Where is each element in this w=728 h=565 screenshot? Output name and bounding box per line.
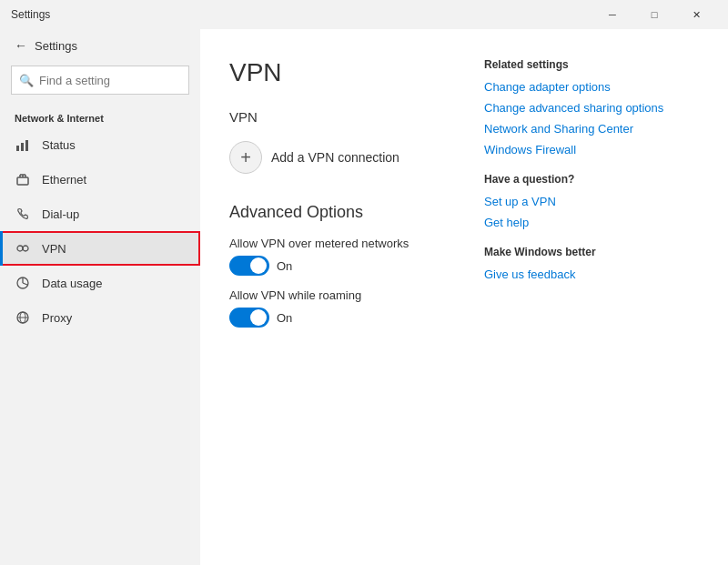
sidebar-back-label: Settings	[35, 39, 77, 53]
sidebar-item-status-label: Status	[42, 138, 76, 152]
data-usage-icon	[15, 275, 31, 291]
close-button[interactable]: ✕	[675, 0, 717, 29]
svg-rect-3	[17, 177, 28, 185]
sidebar-item-data-usage-label: Data usage	[42, 277, 103, 290]
sidebar-item-data-usage[interactable]: Data usage	[0, 266, 200, 300]
sidebar-item-status[interactable]: Status	[0, 127, 200, 162]
svg-rect-0	[16, 146, 19, 151]
maximize-button[interactable]: □	[633, 0, 675, 29]
toggle-metered-state: On	[277, 259, 292, 273]
toggle-metered-container: On	[229, 256, 448, 276]
link-get-help[interactable]: Get help	[484, 216, 684, 229]
sidebar-item-vpn[interactable]: VPN	[0, 231, 200, 266]
back-arrow-icon: ←	[15, 38, 27, 53]
add-vpn-button[interactable]: + Add a VPN connection	[229, 137, 448, 177]
sidebar-item-vpn-label: VPN	[42, 242, 66, 256]
toggle-metered-switch[interactable]	[229, 256, 269, 276]
svg-rect-1	[21, 143, 24, 151]
toggle-roaming-switch[interactable]	[229, 308, 269, 328]
link-change-adapter[interactable]: Change adapter options	[484, 80, 684, 94]
link-give-feedback[interactable]: Give us feedback	[484, 267, 684, 281]
link-setup-vpn[interactable]: Set up a VPN	[484, 195, 684, 208]
svg-rect-2	[25, 140, 28, 151]
sidebar-back-button[interactable]: ← Settings	[0, 29, 200, 62]
sidebar-item-ethernet[interactable]: Ethernet	[0, 162, 200, 197]
vpn-icon	[15, 240, 31, 257]
search-box[interactable]: 🔍	[11, 66, 189, 95]
vpn-section-title: VPN	[229, 109, 448, 125]
sidebar-item-proxy[interactable]: Proxy	[0, 300, 200, 335]
toggle-metered-networks-row: Allow VPN over metered networks On	[229, 237, 448, 276]
have-question-title: Have a question?	[484, 173, 684, 186]
proxy-icon	[15, 309, 31, 326]
toggle-roaming-row: Allow VPN while roaming On	[229, 288, 448, 328]
add-vpn-label: Add a VPN connection	[271, 150, 399, 165]
sidebar-item-dialup-label: Dial-up	[42, 207, 79, 221]
status-icon	[15, 136, 31, 153]
link-change-sharing[interactable]: Change advanced sharing options	[484, 101, 684, 115]
sidebar: ← Settings 🔍 Network & Internet Status	[0, 29, 200, 565]
sidebar-section-title: Network & Internet	[0, 106, 200, 127]
search-icon: 🔍	[19, 74, 34, 87]
ethernet-icon	[15, 171, 31, 187]
minimize-button[interactable]: ─	[592, 0, 633, 29]
plus-circle-icon: +	[229, 141, 262, 174]
search-input[interactable]	[39, 74, 181, 87]
sidebar-item-proxy-label: Proxy	[42, 311, 72, 325]
titlebar-title: Settings	[11, 8, 50, 21]
toggle-roaming-label: Allow VPN while roaming	[229, 288, 448, 302]
right-panel: Related settings Change adapter options …	[484, 58, 684, 536]
svg-point-9	[23, 246, 28, 251]
main-content: VPN VPN + Add a VPN connection Advanced …	[200, 29, 728, 565]
advanced-options-heading: Advanced Options	[229, 203, 448, 222]
link-windows-firewall[interactable]: Windows Firewall	[484, 143, 684, 156]
dialup-icon	[15, 206, 31, 222]
page-title: VPN	[229, 58, 448, 87]
sidebar-item-ethernet-label: Ethernet	[42, 173, 86, 187]
toggle-metered-label: Allow VPN over metered networks	[229, 237, 448, 250]
sidebar-item-dialup[interactable]: Dial-up	[0, 197, 200, 231]
make-windows-better-title: Make Windows better	[484, 246, 684, 258]
content-left: VPN VPN + Add a VPN connection Advanced …	[229, 58, 448, 536]
related-settings-title: Related settings	[484, 58, 684, 71]
toggle-roaming-container: On	[229, 308, 448, 328]
link-network-sharing-center[interactable]: Network and Sharing Center	[484, 122, 684, 136]
toggle-roaming-state: On	[277, 311, 292, 325]
svg-point-8	[17, 246, 23, 251]
app-container: ← Settings 🔍 Network & Internet Status	[0, 29, 728, 565]
titlebar-controls: ─ □ ✕	[592, 0, 717, 29]
titlebar: Settings ─ □ ✕	[0, 0, 728, 29]
